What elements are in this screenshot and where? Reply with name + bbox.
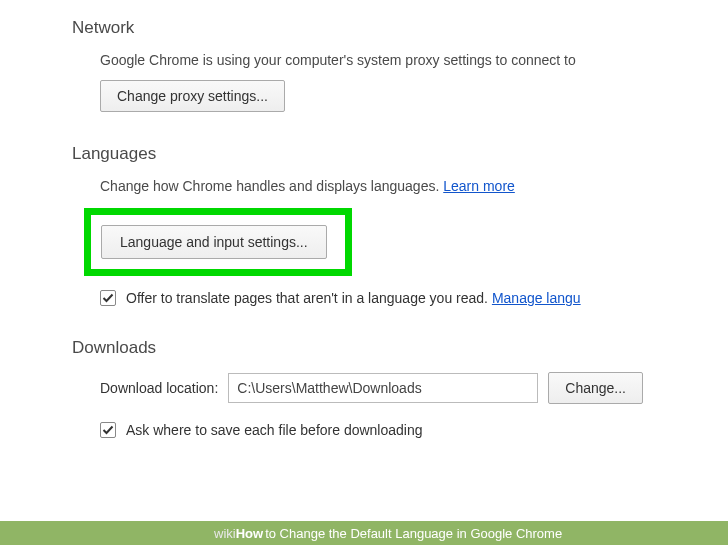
network-title: Network [72,18,728,38]
footer-caption: wikiHow to Change the Default Language i… [0,521,728,545]
translate-label: Offer to translate pages that aren't in … [126,290,581,306]
ask-save-label: Ask where to save each file before downl… [126,422,423,438]
downloads-section: Downloads Download location: Change... A… [72,338,728,438]
languages-section: Languages Change how Chrome handles and … [72,144,728,306]
language-input-settings-button[interactable]: Language and input settings... [101,225,327,259]
download-location-input[interactable] [228,373,538,403]
languages-title: Languages [72,144,728,164]
highlight-box: Language and input settings... [84,208,352,276]
checkmark-icon [102,424,114,436]
network-section: Network Google Chrome is using your comp… [72,18,728,112]
network-description: Google Chrome is using your computer's s… [100,52,728,68]
ask-save-checkbox[interactable] [100,422,116,438]
download-location-label: Download location: [100,380,218,396]
checkmark-icon [102,292,114,304]
downloads-title: Downloads [72,338,728,358]
translate-checkbox[interactable] [100,290,116,306]
translate-option-row: Offer to translate pages that aren't in … [100,290,728,306]
footer-wiki: wikiHow [214,526,263,541]
languages-description: Change how Chrome handles and displays l… [100,178,728,194]
ask-save-row: Ask where to save each file before downl… [100,422,728,438]
change-download-location-button[interactable]: Change... [548,372,643,404]
learn-more-link[interactable]: Learn more [443,178,515,194]
footer-text: to Change the Default Language in Google… [265,526,562,541]
change-proxy-button[interactable]: Change proxy settings... [100,80,285,112]
manage-languages-link[interactable]: Manage langu [492,290,581,306]
